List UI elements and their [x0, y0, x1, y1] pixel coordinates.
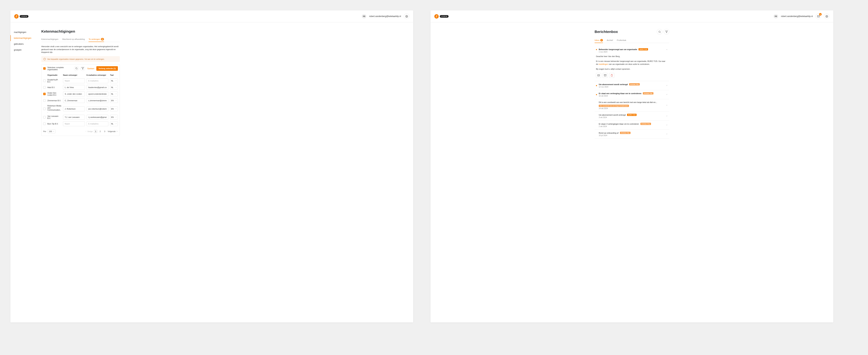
name-input[interactable] — [63, 98, 85, 103]
row-checkbox[interactable] — [43, 86, 45, 88]
logo[interactable]: Z LOGIN — [14, 14, 28, 19]
email-input[interactable] — [87, 121, 108, 126]
reply-button[interactable] — [596, 73, 601, 78]
name-input[interactable] — [63, 121, 85, 126]
tab-te-verlengen[interactable]: Te verlengen 56 — [89, 37, 104, 42]
row-checkbox[interactable] — [43, 99, 45, 102]
email-input[interactable] — [87, 92, 108, 96]
message-item[interactable]: Er staan 3 verlengingen klaar om te cont… — [595, 121, 669, 130]
table-search-button[interactable] — [74, 66, 79, 71]
message-tag: Ketelaar Klip — [620, 132, 630, 134]
name-input[interactable] — [63, 115, 85, 119]
tab-ketenmachtigingen[interactable]: Ketenmachtigingen — [41, 37, 58, 42]
lang-select[interactable]: EN — [110, 98, 118, 103]
alert-icon — [43, 58, 46, 60]
expand-button[interactable] — [666, 115, 668, 118]
select-complete-checkbox[interactable] — [43, 67, 45, 70]
message-item[interactable]: Er staat een verlenging klaar om te cont… — [595, 90, 669, 99]
prev-page-button[interactable]: Vorige — [85, 130, 93, 133]
sidebar-item-groepen[interactable]: groepen — [10, 47, 38, 53]
org-name: Robertson Media and Communication... — [48, 105, 61, 113]
expand-button[interactable] — [666, 123, 668, 127]
row-checkbox[interactable] — [43, 93, 45, 95]
lang-select[interactable]: NL — [110, 92, 118, 96]
name-input[interactable] — [63, 85, 85, 90]
row-checkbox[interactable] — [43, 79, 45, 82]
save-button[interactable]: Opslaan — [87, 66, 95, 71]
message-item[interactable]: Uw abonnement wordt verlengd BURO TIJS 3… — [595, 112, 669, 121]
lang-select[interactable]: EN — [110, 106, 118, 111]
tab-badge: 56 — [101, 38, 104, 40]
message-tag: BURO TIJS — [639, 48, 648, 50]
row-checkbox[interactable] — [43, 122, 45, 125]
inbox-filter-button[interactable] — [664, 29, 669, 35]
lang-select[interactable]: NL — [110, 85, 118, 90]
email-input[interactable] — [87, 106, 108, 111]
page-1[interactable]: 1 — [94, 130, 97, 133]
email-input[interactable] — [87, 98, 108, 103]
logo[interactable]: Z LOGIN — [434, 14, 448, 19]
inbox-search-button[interactable] — [657, 29, 662, 35]
col-header-name: Naam ontvanger — [63, 74, 85, 76]
settings-link[interactable]: instellingen — [598, 63, 608, 65]
user-email: robert.vandenberg@ketelaarklip.nl — [369, 15, 401, 17]
expand-button[interactable] — [666, 104, 668, 107]
message-title: Uw abonnement wordt verlengd — [599, 83, 628, 85]
email-input[interactable] — [87, 85, 108, 90]
archive-button[interactable] — [602, 73, 608, 78]
message-item[interactable]: Uw abonnement wordt verlengd Ketelaar Kl… — [595, 81, 669, 90]
inbox-button[interactable]: 4 — [815, 13, 821, 19]
alert-missing-data: Van bepaalde organisaties missen gegeven… — [41, 56, 120, 62]
row-checkbox[interactable] — [43, 116, 45, 118]
settings-button[interactable] — [824, 13, 830, 19]
expand-button[interactable] — [666, 133, 668, 136]
sidebar-item-ketenmachtigingen[interactable]: ketenmachtigingen — [10, 35, 38, 41]
tab-wachtend[interactable]: Wachtend op afhandeling — [62, 37, 85, 42]
tab-inbox[interactable]: Inbox 3 — [595, 38, 603, 43]
expand-button[interactable] — [666, 84, 668, 87]
tab-prullenbak[interactable]: Prullenbak — [617, 38, 626, 43]
unread-dot — [596, 85, 597, 86]
message-date: 3 okt 2024 — [599, 116, 664, 118]
lang-select[interactable]: NL — [110, 78, 118, 83]
delete-button[interactable] — [609, 73, 614, 78]
org-name: Onder Den Linden B.V. — [48, 92, 61, 96]
lang-select[interactable]: NL — [110, 121, 118, 126]
name-input[interactable] — [63, 92, 85, 96]
table-row: Zimmerman B.V. EN — [41, 97, 120, 104]
message-item[interactable]: Rond uw onboarding af Ketelaar Klip 16 j… — [595, 130, 669, 139]
table-row: Robertson Media and Communication... EN — [41, 104, 120, 114]
user-email: robert.vandenberg@ketelaarklip.nl — [781, 15, 813, 17]
archive-icon — [604, 74, 607, 77]
email-input[interactable] — [87, 115, 108, 119]
collapse-button[interactable] — [666, 48, 668, 51]
table-filter-button[interactable] — [80, 66, 85, 71]
message-title: Er staan 3 verlengingen klaar om te cont… — [599, 123, 639, 125]
row-checkbox[interactable] — [43, 108, 45, 110]
alert-text: Van bepaalde organisaties missen gegeven… — [47, 58, 104, 60]
mail-icon — [817, 15, 820, 18]
avatar[interactable]: RB — [774, 14, 778, 19]
page-2[interactable]: 2 — [99, 130, 102, 133]
lang-select[interactable]: EN — [110, 115, 118, 119]
next-page-button[interactable]: Volgende — [107, 130, 118, 133]
message-item-expanded: Beheerder toegevoegd aan uw organisatie … — [595, 46, 669, 81]
tab-archief[interactable]: Archief — [607, 38, 613, 43]
message-tag: Ketelaar Klip — [641, 123, 651, 125]
settings-button[interactable] — [404, 13, 409, 19]
email-input[interactable] — [87, 78, 108, 83]
name-input[interactable] — [63, 106, 85, 111]
message-tag: BURO TIJS — [627, 114, 637, 116]
extend-selection-button[interactable]: Verleng selectie (1) — [96, 66, 118, 71]
message-item[interactable]: Dit is een voorbeeld van een bericht met… — [595, 99, 669, 112]
page-3[interactable]: 3 — [103, 130, 106, 133]
per-label: Per — [43, 130, 46, 133]
name-input[interactable] — [63, 78, 85, 83]
tab-label: Te verlengen — [89, 38, 100, 40]
avatar[interactable]: RB — [362, 14, 366, 19]
sidebar-item-machtigingen[interactable]: machtigingen — [10, 29, 38, 35]
sidebar-item-gebruikers[interactable]: gebruikers — [10, 41, 38, 47]
per-page-select[interactable]: 100 — [48, 130, 56, 133]
table-row: Onder Den Linden B.V. NL — [41, 91, 120, 97]
expand-button[interactable] — [666, 93, 668, 96]
